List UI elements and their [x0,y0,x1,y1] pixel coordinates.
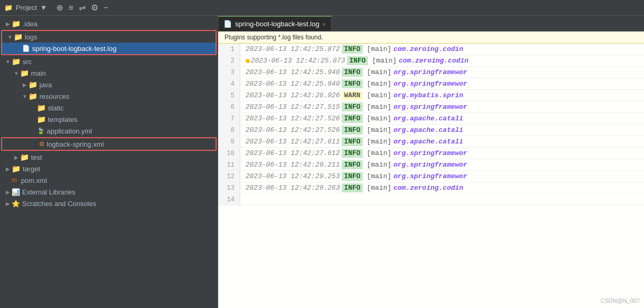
log-class: org.springframewor [393,172,467,180]
tree-label-test: test [31,153,42,161]
log-row: 92023-06-13 12:42:27.611INFO[main]org.ap… [218,136,644,148]
tree-item-idea[interactable]: ▶ 📁 .idea [0,18,218,29]
tree-item-test[interactable]: ▶ 📁 test [0,151,218,163]
tab-close-button[interactable]: × [322,21,325,27]
folder-icon: 📁 [37,104,46,112]
minimize-icon[interactable]: − [104,3,108,13]
log-time: 12:42:27.611 [291,138,340,146]
log-rows-container: 12023-06-13 12:42:25.872INFO[main]com.ze… [218,44,644,206]
xml-file-icon: ⚙ [39,140,45,148]
log-content[interactable]: 12023-06-13 12:42:25.872INFO[main]com.ze… [218,44,644,308]
tree-label-resources: resources [39,93,69,100]
add-icon[interactable]: ⊕ [56,3,63,13]
log-row: 132023-06-13 12:42:29.263INFO[main]com.z… [218,182,644,194]
tree-label-templates: templates [48,116,77,124]
line-number: 14 [218,194,240,205]
editor-panel: 📄 spring-boot-logback-test.log × Plugins… [218,16,644,308]
folder-icon: 📁 [14,33,23,41]
tree-item-logback-xml[interactable]: ⚙ logback-spring.xml [2,138,216,150]
folder-icon: 📁 [12,57,21,66]
line-number: 4 [218,78,240,89]
log-time: 12:42:27.612 [291,149,340,157]
tree-item-java[interactable]: ▶ 📁 java [0,79,218,90]
log-time: 12:42:25.940 [291,80,340,88]
pom-file-icon: m [12,177,17,184]
log-thread: [main] [367,45,392,53]
tree-item-pom[interactable]: m pom.xml [0,174,218,186]
log-text: 2023-06-13 12:42:25.940INFO[main]org.spr… [240,68,467,76]
scratches-icon: ⭐ [12,200,20,208]
line-number: 3 [218,67,240,78]
tree-label-pom: pom.xml [21,177,47,184]
tree-label-src: src [23,58,32,66]
tree-item-logs[interactable]: ▼ 📁 logs [2,31,216,43]
log-text: 2023-06-13 12:42:27.612INFO[main]org.spr… [240,149,467,157]
log-time: 12:42:29.253 [291,172,340,180]
folder-icon: 📁 [37,115,46,124]
folder-icon: 📁 [4,4,13,12]
folder-icon: 📁 [12,165,21,173]
line-number: 9 [218,136,240,147]
line-number: 11 [218,159,240,170]
log-text: 2023-06-13 12:42:27.526INFO[main]org.apa… [240,126,463,134]
notification-bar: Plugins supporting *.log files found. [218,32,644,44]
tree-label-log-file: spring-boot-logback-test.log [32,45,116,53]
log-row: 112023-06-13 12:42:29.211INFO[main]org.s… [218,159,644,171]
log-text: 2023-06-13 12:42:26.926WARN[main]org.myb… [240,91,463,99]
log-date: 2023-06-13 [246,68,287,76]
tree-item-src[interactable]: ▼ 📁 src [0,56,218,67]
chevron-icon: ▶ [4,21,12,27]
log-class: com.zeroing.codin [393,45,463,53]
log-class: org.apache.catali [393,115,463,122]
log-level: WARN [342,91,362,100]
project-tree[interactable]: ▶ 📁 .idea ▼ 📁 logs 📄 spring-boot-logback… [0,16,218,308]
folder-icon: 📁 [12,19,21,28]
settings-icon[interactable]: ⚙ [91,3,98,13]
log-class: com.zeroing.codin [393,184,463,192]
log-time: 12:42:27.526 [291,126,340,134]
tree-item-scratches[interactable]: ▶ ⭐ Scratches and Consoles [0,198,218,209]
tree-item-main[interactable]: ▼ 📁 main [0,67,218,79]
tree-item-templates[interactable]: 📁 templates [0,114,218,125]
log-text: 2023-06-13 12:42:27.515INFO[main]org.spr… [240,103,467,111]
tree-item-target[interactable]: ▶ 📁 target [0,163,218,174]
tree-item-application-yml[interactable]: 🍃 application.yml [0,125,218,137]
chevron-icon: ▼ [6,34,14,40]
log-level: INFO [342,160,362,169]
line-number: 12 [218,171,240,182]
log-date: 2023-06-13 [246,45,287,53]
log-thread: [main] [367,149,392,157]
editor-tab-log[interactable]: 📄 spring-boot-logback-test.log × [218,16,332,31]
logs-highlight-box: ▼ 📁 logs 📄 spring-boot-logback-test.log [1,30,217,55]
tree-label-main: main [31,69,46,77]
log-level: INFO [342,45,362,54]
log-date: 2023-06-13 [246,91,287,99]
chevron-icon: ▶ [4,189,12,195]
sort-icon[interactable]: ⇌ [79,3,86,13]
dropdown-icon[interactable]: ▼ [40,4,47,12]
log-level: INFO [342,172,362,181]
tree-item-resources[interactable]: ▼ 📁 resources [0,90,218,102]
log-text: 2023-06-13 12:42:29.263INFO[main]com.zer… [240,184,463,192]
tree-item-static[interactable]: 📁 static [0,102,218,114]
watermark: CSDN@N_007 [600,297,640,304]
log-text: 2023-06-13 12:42:25.873INFO[main]com.zer… [240,57,468,65]
log-thread: [main] [367,91,392,99]
log-time: 12:42:25.873 [296,57,345,65]
tree-item-ext-libs[interactable]: ▶ 📊 External Libraries [0,186,218,198]
log-class: org.mybatis.sprin [393,91,463,99]
tree-label-scratches: Scratches and Consoles [22,200,96,208]
log-thread: [main] [367,184,392,192]
folder-icon: 📁 [20,69,29,77]
layout-icon[interactable]: ≡ [68,3,73,13]
tree-item-log-file[interactable]: 📄 spring-boot-logback-test.log [2,43,216,54]
log-row: 14 [218,194,644,206]
chevron-icon: ▼ [4,59,12,65]
line-number: 5 [218,90,240,101]
log-level: INFO [342,137,362,146]
log-text: 2023-06-13 12:42:27.611INFO[main]org.apa… [240,138,463,146]
chevron-icon: ▶ [21,82,28,88]
log-level: INFO [342,102,362,111]
log-thread: [main] [367,115,392,122]
log-date: 2023-06-13 [246,149,287,157]
